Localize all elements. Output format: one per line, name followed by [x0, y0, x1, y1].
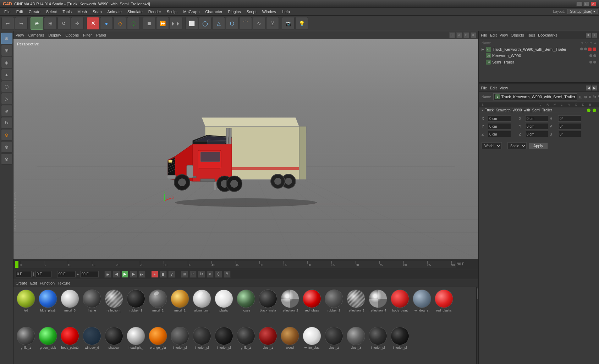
- viewport[interactable]: Perspective: [13, 39, 478, 259]
- mat-tab-create[interactable]: Create: [16, 281, 27, 285]
- mat-item-body-paint[interactable]: body_paint: [389, 288, 411, 326]
- paint-tool-button[interactable]: ⊞: [1, 45, 12, 56]
- props-obj-row[interactable]: ● Truck_Kenworth_W990_with_Semi_Trailer: [479, 107, 599, 113]
- keyframe-all-button[interactable]: ⊞: [181, 271, 188, 278]
- mat-item-interior4[interactable]: interior_pl: [367, 326, 389, 363]
- menu-animate[interactable]: Animate: [105, 9, 125, 15]
- play-button[interactable]: ▶: [121, 271, 128, 278]
- mat-tab-edit[interactable]: Edit: [30, 281, 37, 285]
- cylinder-button[interactable]: ⬡: [226, 17, 238, 30]
- transform-x-pos[interactable]: [488, 115, 511, 122]
- mat-item-interior1[interactable]: interior_pl: [169, 326, 191, 363]
- vp-menu-cameras[interactable]: Cameras: [28, 33, 44, 37]
- deformer-button[interactable]: ⊻: [266, 17, 279, 30]
- object-mode-button[interactable]: ✕: [87, 17, 99, 30]
- mat-tab-texture[interactable]: Texture: [57, 281, 70, 285]
- menu-character[interactable]: Character: [202, 9, 225, 15]
- mat-item-grille1[interactable]: grille_1: [15, 326, 37, 363]
- menu-mesh[interactable]: Mesh: [75, 9, 90, 15]
- menu-simulate[interactable]: Simulate: [125, 9, 145, 15]
- cube-button[interactable]: ⬜: [185, 17, 198, 30]
- sculpt-tool-button[interactable]: ⊙: [1, 129, 12, 140]
- mat-item-grille2[interactable]: grille_2: [235, 326, 257, 363]
- menu-edit[interactable]: Edit: [13, 9, 26, 15]
- mat-item-interior2[interactable]: interior_pl: [191, 326, 213, 363]
- motion-path-button[interactable]: ⊻: [224, 271, 231, 278]
- next-frame-button[interactable]: ▶: [130, 271, 137, 278]
- mat-item-rubber2[interactable]: rubber_2: [323, 288, 345, 326]
- maximize-button[interactable]: □: [583, 1, 589, 6]
- help-button[interactable]: ?: [168, 271, 175, 278]
- transform-b[interactable]: [558, 131, 581, 137]
- mat-item-shadow[interactable]: shadow: [103, 326, 125, 363]
- current-frame-display[interactable]: [35, 271, 51, 277]
- points-mode-button[interactable]: ●: [100, 17, 113, 30]
- mode-move-button[interactable]: ⊕: [31, 17, 43, 30]
- mat-item-black-meta[interactable]: black_meta: [257, 288, 279, 326]
- mat-item-reflection1[interactable]: reflection_: [103, 288, 125, 326]
- polygons-mode-button[interactable]: ⬡: [127, 17, 140, 30]
- mat-item-led[interactable]: led: [15, 288, 37, 326]
- omgr-tab-objects[interactable]: Objects: [511, 33, 524, 37]
- sphere-button[interactable]: ◯: [199, 17, 211, 30]
- menu-window[interactable]: Window: [259, 9, 279, 15]
- mat-item-green-rubber[interactable]: green_rubb: [37, 326, 59, 363]
- bevel-tool-button[interactable]: ⬡: [1, 81, 12, 92]
- mat-item-red-glass[interactable]: red_glass: [301, 288, 323, 326]
- mat-item-interior5[interactable]: interior_pl: [389, 326, 411, 363]
- mat-item-cloth1[interactable]: cloth_1: [257, 326, 279, 363]
- mat-item-cloth2[interactable]: cloth_2: [323, 326, 345, 363]
- grab-tool-button[interactable]: ⊗: [1, 153, 12, 165]
- menu-snap[interactable]: Snap: [90, 9, 105, 15]
- transform-y-rot[interactable]: [525, 123, 548, 129]
- mat-item-cloth3[interactable]: cloth_3: [345, 326, 367, 363]
- mat-item-blue-plastic[interactable]: blue_plasti: [37, 288, 59, 326]
- menu-select[interactable]: Select: [43, 9, 60, 15]
- props-tab-edit[interactable]: Edit: [490, 86, 497, 90]
- obj-semi-trailer[interactable]: L0 Semi_Trailer: [479, 59, 599, 65]
- loop-tool-button[interactable]: ↻: [1, 117, 12, 128]
- transform-z-pos[interactable]: [488, 131, 511, 137]
- vp-ctrl-2[interactable]: ○: [456, 32, 462, 38]
- nurbs-button[interactable]: ⌒: [239, 17, 252, 30]
- coord-system-select[interactable]: World Object Local: [482, 142, 502, 149]
- omgr-tab-tags[interactable]: Tags: [527, 33, 535, 37]
- edges-mode-button[interactable]: ◇: [114, 17, 126, 30]
- mat-item-rubber1[interactable]: rubber_1: [125, 288, 147, 326]
- menu-script[interactable]: Script: [244, 9, 259, 15]
- scale-mode-select[interactable]: Scale Size: [507, 142, 527, 149]
- omgr-tab-bookmarks[interactable]: Bookmarks: [538, 33, 557, 37]
- props-btn-1[interactable]: ◀: [586, 86, 591, 90]
- keyframe-rot-button[interactable]: ↻: [198, 271, 205, 278]
- transform-y-pos[interactable]: [488, 123, 511, 129]
- menu-tools[interactable]: Tools: [60, 9, 75, 15]
- vp-ctrl-1[interactable]: +: [449, 32, 455, 38]
- omgr-tab-file[interactable]: File: [481, 33, 487, 37]
- apply-button[interactable]: Apply: [529, 143, 548, 149]
- close-button[interactable]: ✕: [590, 1, 596, 6]
- vp-menu-panel[interactable]: Panel: [96, 33, 106, 37]
- mat-item-metal2[interactable]: metal_2: [147, 288, 169, 326]
- mat-item-hoses[interactable]: hoses: [235, 288, 257, 326]
- extrude-tool-button[interactable]: ▲: [1, 69, 12, 80]
- mat-item-headlight[interactable]: headlight_: [125, 326, 147, 363]
- menu-sculpt[interactable]: Sculpt: [164, 9, 181, 15]
- transform-h[interactable]: [558, 115, 581, 122]
- smooth-tool-button[interactable]: ⊛: [1, 141, 12, 153]
- weld-tool-button[interactable]: ⌀: [1, 105, 12, 116]
- transform-p[interactable]: [558, 123, 581, 129]
- vp-ctrl-3[interactable]: □: [463, 32, 469, 38]
- mat-tab-function[interactable]: Function: [40, 281, 55, 285]
- light-button[interactable]: 💡: [295, 17, 308, 30]
- props-btn-2[interactable]: ▶: [592, 86, 597, 90]
- mat-item-reflection3[interactable]: reflection_3: [345, 288, 367, 326]
- props-icon-1[interactable]: ⊞: [579, 95, 582, 99]
- props-icon-3[interactable]: ⊗: [588, 95, 592, 99]
- mat-item-body-paint2[interactable]: body_paint2: [59, 326, 81, 363]
- obj-truck-root[interactable]: ▶ L0 Truck_Kenworth_W990_with_Semi_Trail…: [479, 46, 599, 53]
- omgr-tab-view[interactable]: View: [500, 33, 508, 37]
- keyframe-pos-button[interactable]: ⊕: [189, 271, 197, 278]
- mode-scale-button[interactable]: ⊞: [44, 17, 57, 30]
- omgr-tab-edit[interactable]: Edit: [490, 33, 497, 37]
- anim-record-button[interactable]: ⏩: [156, 17, 169, 30]
